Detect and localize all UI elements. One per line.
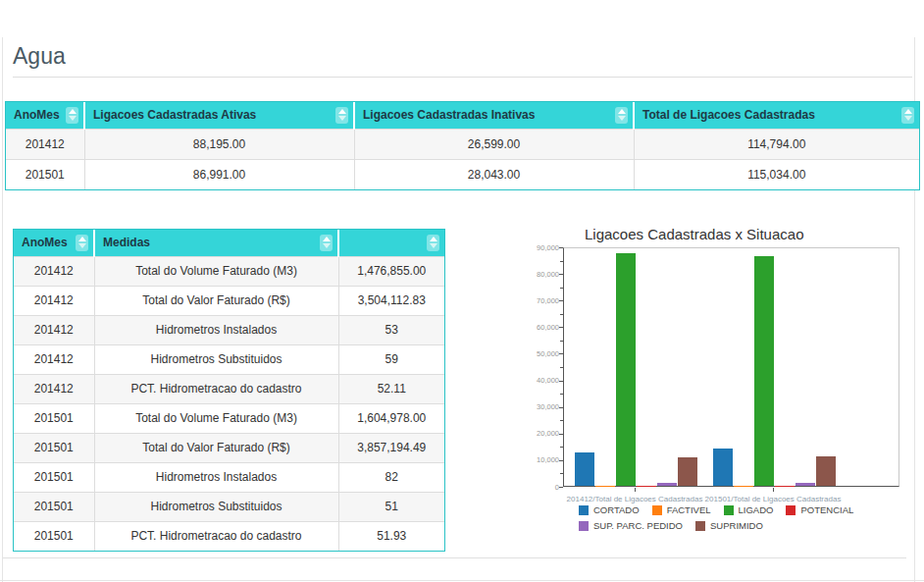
y-axis-minor-tick <box>560 420 563 421</box>
ligacoes-summary-table: AnoMesLigacoes Cadastradas AtivasLigacoe… <box>5 101 920 190</box>
legend-swatch-icon <box>579 505 589 515</box>
table-cell: 201412 <box>14 256 94 286</box>
table-cell: Total do Volume Faturado (M3) <box>94 256 338 286</box>
y-axis-label: 0 <box>530 483 559 492</box>
table-cell: 201501 <box>6 159 84 189</box>
legend-item-factivel: FACTIVEL <box>652 504 711 515</box>
table-cell: 86,991.00 <box>84 159 354 189</box>
table-cell: 3,857,194.49 <box>338 433 444 462</box>
bar-suprimido <box>678 457 697 486</box>
sort-icon <box>320 235 333 251</box>
y-axis-label: 30,000 <box>530 402 559 411</box>
table-cell: 114,794.00 <box>634 129 919 159</box>
bar-ligado <box>754 256 774 486</box>
bar-cortado <box>575 452 594 486</box>
column-header-label: Ligacoes Cadastradas Inativas <box>363 108 535 122</box>
y-axis-label: 90,000 <box>530 243 559 252</box>
table-cell: Total do Valor Faturado (R$) <box>94 286 338 315</box>
y-axis-minor-tick <box>560 288 563 289</box>
sort-icon <box>76 235 88 251</box>
legend-item-potencial: POTENCIAL <box>786 504 853 515</box>
table-cell: 59 <box>338 344 444 374</box>
table-cell: 51 <box>338 492 444 521</box>
chart-legend-row: SUP. PARC. PEDIDOSUPRIMIDO <box>579 520 763 531</box>
column-header-anomes[interactable]: AnoMes <box>14 230 94 256</box>
column-header-label: AnoMes <box>22 236 68 249</box>
column-header-anomes[interactable]: AnoMes <box>6 102 84 129</box>
sort-icon <box>66 107 78 124</box>
y-axis-label: 40,000 <box>530 376 559 385</box>
legend-item-sup-parc-pedido: SUP. PARC. PEDIDO <box>579 520 683 531</box>
legend-swatch-icon <box>786 505 796 515</box>
data-table: AnoMesMedidas201412Total do Volume Fatur… <box>14 230 444 551</box>
chart-legend-row: CORTADOFACTIVELLIGADOPOTENCIAL <box>579 504 853 515</box>
y-axis-label: 20,000 <box>530 429 559 438</box>
table-row: 201501Total do Volume Faturado (M3)1,604… <box>14 403 444 433</box>
legend-swatch-icon <box>724 505 734 515</box>
y-axis-minor-tick <box>560 367 563 368</box>
y-axis-label: 70,000 <box>530 296 559 305</box>
sort-icon <box>427 235 439 251</box>
bar-sup-parc-pedido <box>796 483 815 486</box>
legend-item-suprimido: SUPRIMIDO <box>695 520 763 531</box>
y-axis-tick <box>559 327 563 328</box>
legend-label: SUPRIMIDO <box>710 520 763 531</box>
ligacoes-situacao-chart: Ligacoes Cadastradas x Situacao 010,0002… <box>530 224 918 553</box>
y-axis-tick <box>559 247 563 248</box>
column-header-label: Medidas <box>103 236 150 249</box>
table-row: 201501Hidrometros Substituidos51 <box>14 492 444 521</box>
chart-plot-area <box>563 247 899 487</box>
table-cell: 201412 <box>14 344 94 374</box>
x-axis-tick <box>635 488 636 492</box>
table-cell: 52.11 <box>338 374 444 403</box>
table-cell: Total do Valor Faturado (R$) <box>94 433 338 462</box>
page-title: Agua <box>13 43 66 70</box>
column-header-label: Total de Ligacoes Cadastradas <box>642 108 815 122</box>
y-axis-label: 10,000 <box>530 455 559 464</box>
table-cell: 201501 <box>14 403 94 433</box>
table-cell: Hidrometros Substituidos <box>94 492 338 521</box>
y-axis-label: 50,000 <box>530 349 559 358</box>
table-cell: 201412 <box>6 129 84 159</box>
y-axis-minor-tick <box>560 314 563 315</box>
sort-icon <box>335 107 348 124</box>
y-axis-minor-tick <box>560 341 563 342</box>
table-cell: 53 <box>338 315 444 344</box>
table-cell: PCT. Hidrometracao do cadastro <box>94 374 338 403</box>
table-cell: 201412 <box>14 315 94 344</box>
y-axis-minor-tick <box>560 261 563 262</box>
medidas-table: AnoMesMedidas201412Total do Volume Fatur… <box>13 229 445 552</box>
legend-label: CORTADO <box>593 504 640 515</box>
table-cell: 201501 <box>14 521 94 551</box>
legend-swatch-icon <box>652 505 662 515</box>
y-axis-tick <box>559 353 563 354</box>
legend-swatch-icon <box>695 521 705 531</box>
table-cell: 88,195.00 <box>84 129 354 159</box>
table-row: 201412Hidrometros Substituidos59 <box>14 344 444 374</box>
chart-title: Ligacoes Cadastradas x Situacao <box>585 226 803 242</box>
y-axis-minor-tick <box>560 473 563 474</box>
data-table: AnoMesLigacoes Cadastradas AtivasLigacoe… <box>6 102 919 189</box>
table-cell: 26,599.00 <box>354 129 634 159</box>
table-row: 201412Total do Volume Faturado (M3)1,476… <box>14 256 444 286</box>
table-cell: PCT. Hidrometracao do cadastro <box>94 521 338 551</box>
table-cell: Hidrometros Instalados <box>94 462 338 492</box>
bar-group <box>713 248 836 486</box>
table-row: 201412Hidrometros Instalados53 <box>14 315 444 344</box>
x-axis-tick <box>773 488 774 492</box>
column-header-ligacoes-cadastradas-inativas[interactable]: Ligacoes Cadastradas Inativas <box>354 102 634 129</box>
column-header-blank[interactable] <box>338 230 444 256</box>
section-divider <box>3 557 906 558</box>
column-header-total-de-ligacoes-cadastradas[interactable]: Total de Ligacoes Cadastradas <box>634 102 919 129</box>
table-cell: 201412 <box>14 286 94 315</box>
table-cell: 1,604,978.00 <box>338 403 444 433</box>
table-row: 201501Total do Valor Faturado (R$)3,857,… <box>14 433 444 462</box>
table-row: 201412PCT. Hidrometracao do cadastro52.1… <box>14 374 444 403</box>
table-cell: Hidrometros Substituidos <box>94 344 338 374</box>
y-axis-tick <box>559 407 563 408</box>
table-cell: Total do Volume Faturado (M3) <box>94 403 338 433</box>
bar-group <box>575 248 697 486</box>
column-header-medidas[interactable]: Medidas <box>94 230 338 256</box>
column-header-ligacoes-cadastradas-ativas[interactable]: Ligacoes Cadastradas Ativas <box>84 102 354 129</box>
legend-label: LIGADO <box>739 504 774 515</box>
